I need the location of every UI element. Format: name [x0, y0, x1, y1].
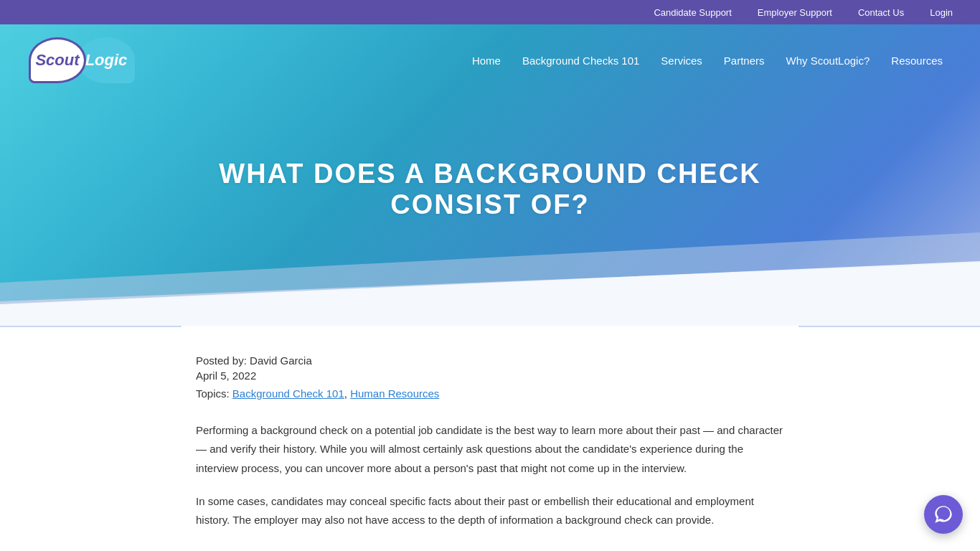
main-navigation: Home Background Checks 101 Services Part…	[463, 50, 951, 71]
posted-by-label: Posted by:	[196, 354, 247, 367]
article-content: Posted by: David Garcia April 5, 2022 To…	[182, 326, 798, 551]
hero-title-area: WHAT DOES A BACKGROUND CHECK CONSIST OF?	[0, 96, 980, 326]
chat-button[interactable]	[924, 495, 963, 534]
paragraph-2: In some cases, candidates may conceal sp…	[196, 492, 784, 530]
page-title: WHAT DOES A BACKGROUND CHECK CONSIST OF?	[167, 159, 813, 220]
topic-hr-link[interactable]: Human Resources	[350, 387, 439, 400]
nav-home[interactable]: Home	[463, 50, 509, 71]
topics-label: Topics:	[196, 387, 230, 400]
chat-icon	[933, 504, 953, 524]
nav-partners[interactable]: Partners	[715, 50, 773, 71]
logo[interactable]: Scout Logic	[29, 37, 135, 83]
paragraph-1: Performing a background check on a poten…	[196, 421, 784, 478]
post-topics: Topics: Background Check 101, Human Reso…	[196, 387, 784, 400]
nav-why[interactable]: Why ScoutLogic?	[778, 50, 879, 71]
post-metadata: Posted by: David Garcia April 5, 2022 To…	[196, 354, 784, 400]
post-date: April 5, 2022	[196, 369, 784, 382]
login-link[interactable]: Login	[917, 0, 966, 24]
logo-bubble-right: Logic	[77, 37, 135, 83]
author-name-value: David Garcia	[250, 354, 312, 367]
nav-services[interactable]: Services	[652, 50, 711, 71]
nav-bg-checks[interactable]: Background Checks 101	[514, 50, 648, 71]
nav-resources[interactable]: Resources	[882, 50, 951, 71]
hero-section: Scout Logic Home Background Checks 101 S…	[0, 24, 980, 326]
posted-by: Posted by: David Garcia	[196, 354, 784, 367]
contact-us-link[interactable]: Contact Us	[845, 0, 917, 24]
candidate-support-link[interactable]: Candidate Support	[641, 0, 744, 24]
post-body: Performing a background check on a poten…	[196, 421, 784, 529]
logo-text-logic: Logic	[85, 51, 128, 70]
logo-bubble-left: Scout	[29, 37, 86, 83]
logo-text-scout: Scout	[35, 51, 79, 70]
site-header: Scout Logic Home Background Checks 101 S…	[0, 24, 980, 96]
employer-support-link[interactable]: Employer Support	[745, 0, 845, 24]
top-utility-bar: Candidate Support Employer Support Conta…	[0, 0, 980, 24]
topic-bg-check-link[interactable]: Background Check 101	[232, 387, 344, 400]
